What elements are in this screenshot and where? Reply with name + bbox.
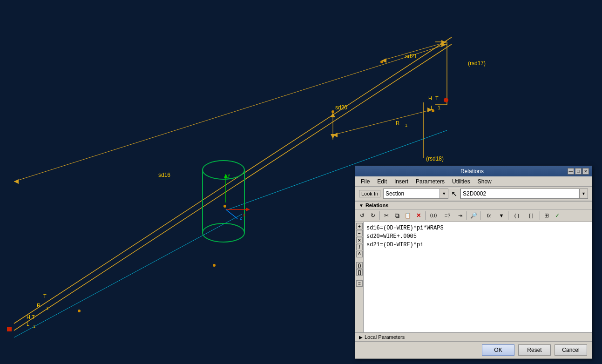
dialog-title: Relations	[377, 168, 568, 175]
sd20-label: sd20	[335, 104, 347, 111]
svg-point-19	[444, 98, 448, 102]
look-in-value-container[interactable]: S2D0002 ▼	[460, 189, 588, 199]
dialog-titlebar: Relations — □ ✕	[355, 166, 592, 176]
T-label-top: T	[435, 95, 439, 101]
sd16-label: sd16	[158, 172, 170, 178]
T-label-bot2: T	[32, 314, 35, 320]
menu-insert[interactable]: Insert	[391, 177, 412, 186]
cut-button[interactable]: ✂	[381, 210, 392, 221]
relations-content-area: + − × / ^ () [] = sd16=(OD-WIRE)*pi*WRAP…	[355, 222, 592, 332]
relations-toolbar: ↺ ↻ ✂ ⧉ 📋 ✕ 0.0 =? ⇥ 🔎 fx ▼ ( ) [ ] ⊞ ✓	[355, 209, 592, 222]
delete-button[interactable]: ✕	[413, 210, 424, 221]
equals-btn[interactable]: =	[356, 280, 363, 287]
menu-utilities[interactable]: Utilities	[448, 177, 474, 186]
local-params-collapse-icon[interactable]: ▶	[359, 335, 363, 340]
caret-btn[interactable]: ^	[356, 251, 363, 257]
dialog-title-buttons: — □ ✕	[568, 168, 589, 175]
look-in-value-dropdown-arrow[interactable]: ▼	[579, 189, 588, 198]
menu-show[interactable]: Show	[474, 177, 495, 186]
look-in-section: Look In Section ▼ ↖ S2D0002 ▼	[355, 187, 592, 201]
R1-sub-bot: 1	[46, 306, 48, 310]
expand-button[interactable]: ⇥	[455, 210, 465, 221]
toolbar-sep-3	[467, 211, 467, 220]
H-label-top: H	[428, 95, 432, 101]
maximize-button[interactable]: □	[575, 168, 582, 175]
one-label-top: 1	[438, 105, 440, 110]
rsd17-label: (rsd17)	[468, 60, 486, 67]
open-bracket-btn[interactable]: []	[356, 269, 363, 276]
R1-sub-top: 1	[405, 123, 407, 128]
look-in-label: Look In	[359, 190, 380, 197]
verify-btn[interactable]: =?	[440, 210, 454, 221]
relation-line-2: sd20=WIRE+.0005	[366, 232, 589, 241]
svg-point-38	[331, 110, 334, 113]
undo-button[interactable]: ↺	[357, 210, 367, 221]
toolbar-sep-1	[379, 211, 380, 220]
rsd18-label: (rsd18)	[426, 155, 444, 162]
svg-text:y: y	[228, 173, 230, 178]
close-button[interactable]: ✕	[582, 168, 589, 175]
relation-line-3: sd21=(OD-WIRE)*pi	[366, 241, 589, 249]
menu-parameters[interactable]: Parameters	[412, 177, 448, 186]
sd21-label: sd21	[405, 53, 417, 60]
R1-label-top: R	[396, 120, 399, 126]
paste-button[interactable]: 📋	[403, 210, 413, 221]
relations-header: ▼ Relations	[355, 201, 592, 209]
svg-rect-40	[7, 327, 12, 331]
relation-line-1: sd16=(OD-WIRE)*pi*WRAPS	[366, 224, 589, 232]
dialog-menubar: File Edit Insert Parameters Utilities Sh…	[355, 176, 592, 187]
paren-button[interactable]: ( )	[510, 210, 524, 221]
dialog-footer: OK Reset Cancel	[355, 341, 592, 358]
toolbar-sep-6	[540, 211, 540, 220]
num-eval-button[interactable]: 0.0	[427, 210, 440, 221]
svg-point-34	[223, 205, 226, 208]
svg-point-39	[432, 109, 434, 112]
arrow-button[interactable]: ▼	[496, 210, 507, 221]
relations-section: ▼ Relations ↺ ↻ ✂ ⧉ 📋 ✕ 0.0 =? ⇥ 🔎 fx ▼ …	[355, 201, 592, 332]
table-button[interactable]: ⊞	[541, 210, 552, 221]
svg-point-36	[78, 310, 81, 312]
relations-dialog: Relations — □ ✕ File Edit Insert Paramet…	[355, 166, 592, 359]
open-paren-btn[interactable]: ()	[356, 262, 363, 269]
plus-btn[interactable]: +	[356, 223, 363, 229]
toolbar-sep-4	[480, 211, 480, 220]
svg-text:x: x	[243, 212, 245, 217]
cancel-button[interactable]: Cancel	[555, 344, 587, 356]
relations-header-text: Relations	[365, 202, 389, 208]
H-label-bot: H	[27, 314, 30, 320]
local-params[interactable]: ▶ Local Parameters	[355, 332, 592, 341]
local-params-label: Local Parameters	[365, 334, 405, 340]
minus-btn[interactable]: −	[356, 230, 363, 236]
reset-button[interactable]: Reset	[518, 344, 551, 356]
look-in-value: S2D0002	[460, 189, 579, 199]
look-in-dropdown[interactable]: Section ▼	[383, 189, 448, 199]
svg-point-37	[380, 61, 383, 63]
check-button[interactable]: ✓	[552, 210, 562, 221]
T-label-bot: T	[43, 293, 47, 299]
relations-side-buttons: + − × / ^ () [] =	[355, 222, 364, 332]
relations-content[interactable]: sd16=(OD-WIRE)*pi*WRAPS sd20=WIRE+.0005 …	[364, 222, 592, 332]
divide-btn[interactable]: /	[356, 244, 363, 250]
L-label-bot: L	[27, 321, 29, 327]
fx-button[interactable]: fx	[482, 210, 496, 221]
menu-file[interactable]: File	[357, 177, 373, 186]
bracket-button[interactable]: [ ]	[524, 210, 538, 221]
relations-collapse-icon[interactable]: ▼	[359, 203, 364, 208]
menu-edit[interactable]: Edit	[373, 177, 391, 186]
copy-button[interactable]: ⧉	[392, 210, 402, 221]
ok-button[interactable]: OK	[482, 344, 514, 356]
cursor-icon: ↖	[451, 189, 457, 198]
svg-point-35	[213, 264, 216, 267]
times-btn[interactable]: ×	[356, 237, 363, 243]
one-label-bot: 1	[33, 324, 35, 329]
toolbar-sep-2	[425, 211, 426, 220]
look-in-dropdown-text: Section	[384, 190, 440, 197]
R1-label-bot: R	[37, 303, 41, 308]
svg-text:z: z	[240, 216, 242, 221]
look-in-dropdown-arrow[interactable]: ▼	[440, 189, 448, 198]
minimize-button[interactable]: —	[568, 168, 574, 175]
redo-button[interactable]: ↻	[368, 210, 378, 221]
toolbar-sep-5	[508, 211, 508, 220]
lookup-button[interactable]: 🔎	[468, 210, 479, 221]
